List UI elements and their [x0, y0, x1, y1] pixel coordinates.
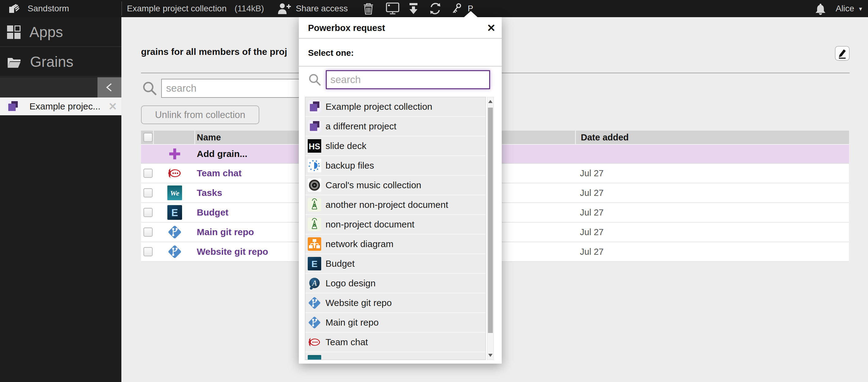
git-icon: [167, 244, 182, 259]
topbar: Sandstorm Example project collection (11…: [0, 0, 868, 17]
scrollbar-up-arrow-icon[interactable]: [488, 100, 493, 103]
powerbox-item-label: Example project collection: [326, 101, 432, 112]
row-checkbox[interactable]: [144, 208, 153, 217]
powerbox-item[interactable]: network diagram: [305, 235, 486, 254]
svg-text:E: E: [311, 259, 317, 269]
powerbox-modal: Powerbox request ✕ Select one: Example p…: [299, 17, 502, 363]
wekan-icon: We: [308, 355, 321, 360]
person-plus-icon: [277, 2, 291, 15]
folder-icon: [7, 56, 22, 68]
open-grain-label: Example projec...: [29, 101, 100, 112]
git-icon: [167, 225, 182, 239]
page-title: grains for all members of the proj: [141, 47, 287, 57]
powerbox-item[interactable]: Example project collection: [305, 97, 486, 117]
powerbox-item[interactable]: ALogo design: [305, 274, 486, 293]
download-button[interactable]: [407, 0, 420, 17]
ethercalc-icon: E: [167, 205, 182, 220]
collections-icon: [308, 100, 321, 113]
svg-text:A: A: [311, 279, 317, 287]
wekan-icon: We: [167, 185, 182, 200]
powerbox-prompt: Select one:: [308, 39, 354, 66]
grain-link[interactable]: Budget: [197, 207, 228, 218]
powerbox-key-button[interactable]: [449, 0, 463, 17]
grain-link[interactable]: Website git repo: [197, 246, 268, 257]
sidebar-open-grain[interactable]: Example projec... ✕: [0, 97, 121, 115]
scrollbar[interactable]: [487, 97, 494, 360]
date-added-cell: Jul 27: [575, 242, 849, 261]
powerbox-item-label: Main git repo: [326, 317, 378, 328]
close-icon[interactable]: ✕: [487, 17, 496, 39]
backup-icon: [308, 159, 321, 172]
svg-text:We: We: [170, 189, 179, 197]
powerbox-grain-list: Example project collectiona different pr…: [305, 97, 486, 360]
svg-text:HS: HS: [309, 142, 320, 151]
tower-icon: [308, 198, 321, 211]
powerbox-item[interactable]: a different project: [305, 117, 486, 137]
sidebar-collapse-button[interactable]: [97, 77, 121, 97]
select-all-checkbox[interactable]: [144, 133, 153, 142]
grain-link[interactable]: Team chat: [197, 168, 242, 178]
search-icon: [142, 80, 158, 97]
powerbox-item-label: Website git repo: [326, 298, 392, 308]
row-checkbox[interactable]: [144, 247, 153, 256]
powerbox-title: Powerbox request: [308, 17, 385, 39]
refresh-icon: [429, 2, 442, 15]
git-icon: [308, 316, 321, 329]
powerbox-item[interactable]: We: [305, 352, 486, 360]
share-access-button[interactable]: Share access: [277, 0, 348, 17]
row-checkbox[interactable]: [144, 228, 153, 237]
unlink-from-collection-button[interactable]: Unlink from collection: [141, 106, 259, 124]
scrollbar-down-arrow-icon[interactable]: [488, 354, 493, 357]
tower-icon: [308, 218, 321, 231]
powerbox-item[interactable]: non-project document: [305, 215, 486, 235]
powerbox-prompt-row: Select one:: [299, 39, 502, 66]
hackerslides-icon: HS: [308, 139, 321, 153]
restart-button[interactable]: [428, 0, 442, 17]
row-checkbox[interactable]: [144, 169, 153, 178]
date-added-cell: Jul 27: [575, 164, 849, 183]
grain-link[interactable]: Tasks: [197, 187, 222, 198]
date-added-cell: Jul 27: [575, 203, 849, 222]
row-checkbox[interactable]: [144, 188, 153, 198]
topbar-separator: [121, 2, 122, 16]
sidebar-collapse-strip: [0, 77, 121, 97]
powerbox-item-label: Carol's music collection: [326, 180, 422, 190]
trash-button[interactable]: [362, 0, 375, 17]
sidebar: Apps Grains Example projec... ✕: [0, 17, 121, 382]
chevron-down-icon: ▼: [858, 6, 863, 12]
open-in-window-button[interactable]: [385, 0, 400, 17]
user-name: Alice: [836, 4, 854, 13]
powerbox-item[interactable]: HSslide deck: [305, 137, 486, 156]
powerbox-item-label: another non-project document: [326, 200, 448, 210]
powerbox-item[interactable]: Website git repo: [305, 293, 486, 313]
powerbox-item-label: slide deck: [326, 141, 366, 151]
app-name[interactable]: Sandstorm: [28, 0, 69, 17]
powerbox-item-label: a different project: [326, 121, 396, 131]
powerbox-item[interactable]: Main git repo: [305, 313, 486, 333]
rocketchat-icon: [167, 166, 182, 181]
powerbox-item[interactable]: EBudget: [305, 254, 486, 274]
powerbox-item[interactable]: backup files: [305, 156, 486, 176]
powerbox-item[interactable]: another non-project document: [305, 195, 486, 215]
sidebar-item-apps[interactable]: Apps: [0, 18, 121, 47]
powerbox-item[interactable]: Team chat: [305, 333, 486, 352]
edit-description-button[interactable]: [835, 46, 849, 61]
sandstorm-logo-icon[interactable]: [7, 2, 20, 15]
powerbox-header: Powerbox request ✕: [299, 17, 502, 39]
svg-text:We: We: [310, 358, 319, 360]
close-grain-icon[interactable]: ✕: [108, 100, 117, 113]
powerbox-item[interactable]: Carol's music collection: [305, 176, 486, 195]
date-added-column-header[interactable]: Date added: [575, 130, 849, 144]
user-menu[interactable]: Alice ▼: [836, 0, 863, 17]
chevron-left-icon: [104, 82, 115, 93]
pencil-icon: [837, 48, 847, 59]
grain-link[interactable]: Main git repo: [197, 227, 254, 237]
sandstorm-app: Sandstorm Example project collection (11…: [0, 0, 868, 382]
powerbox-search-input[interactable]: [326, 70, 490, 89]
collections-icon: [308, 120, 321, 133]
svg-text:E: E: [171, 207, 178, 218]
sidebar-item-grains[interactable]: Grains: [0, 48, 121, 77]
scrollbar-thumb[interactable]: [488, 108, 493, 333]
ethercalc-icon: E: [308, 257, 321, 270]
notifications-bell-icon[interactable]: [815, 3, 826, 15]
